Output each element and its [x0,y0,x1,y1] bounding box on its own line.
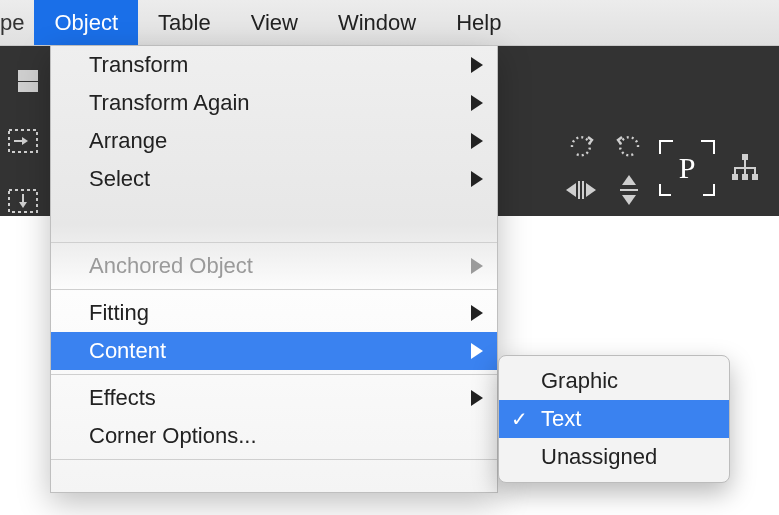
menu-fragment: pe [0,0,34,45]
insert-right-icon[interactable] [6,124,40,158]
svg-rect-2 [18,81,38,82]
menu-item-label: Corner Options... [89,423,257,449]
submenu-arrow-icon [471,390,483,406]
menu-item-label: Effects [89,385,156,411]
menu-item-label: Arrange [89,128,167,154]
menu-item-arrange[interactable]: Arrange [51,122,497,160]
content-submenu: Graphic ✓ Text Unassigned [498,355,730,483]
right-tool-icons: P [557,124,769,212]
submenu-item-label: Unassigned [541,444,657,470]
menu-item-fitting[interactable]: Fitting [51,294,497,332]
menu-continuation [51,464,497,492]
content-frame-p-icon[interactable]: P [659,140,715,196]
submenu-arrow-icon [471,171,483,187]
menu-item-effects[interactable]: Effects [51,379,497,417]
submenu-item-unassigned[interactable]: Unassigned [499,438,729,476]
menu-item-select[interactable]: Select [51,160,497,198]
submenu-arrow-icon [471,95,483,111]
menu-help[interactable]: Help [436,0,521,45]
menu-separator [51,459,497,460]
menu-item-label: Fitting [89,300,149,326]
menu-table[interactable]: Table [138,0,231,45]
left-tool-icons [6,64,40,218]
insert-down-icon[interactable] [6,184,40,218]
object-menu-dropdown: Transform Transform Again Arrange Select… [50,46,498,493]
checkmark-icon: ✓ [511,407,528,431]
flip-vertical-icon[interactable] [612,173,646,207]
panel-layout-icon[interactable] [6,64,40,98]
svg-rect-1 [8,70,18,92]
submenu-item-text[interactable]: ✓ Text [499,400,729,438]
svg-rect-5 [742,154,748,160]
flip-horizontal-icon[interactable] [564,173,598,207]
menu-item-label: Select [89,166,150,192]
submenu-arrow-icon [471,57,483,73]
menu-separator [51,242,497,243]
menu-item-label: Anchored Object [89,253,253,279]
submenu-arrow-icon [471,305,483,321]
menu-window[interactable]: Window [318,0,436,45]
rotate-ccw-icon[interactable] [612,129,646,163]
menu-view[interactable]: View [231,0,318,45]
rotate-cw-icon[interactable] [564,129,598,163]
menu-separator [51,289,497,290]
menu-gap [51,198,497,238]
submenu-item-graphic[interactable]: Graphic [499,362,729,400]
submenu-arrow-icon [471,133,483,149]
menu-bar: pe Object Table View Window Help [0,0,779,46]
structure-tree-icon[interactable] [728,151,762,185]
menu-item-anchored-object: Anchored Object [51,247,497,285]
menu-item-transform-again[interactable]: Transform Again [51,84,497,122]
svg-rect-8 [752,174,758,180]
menu-item-label: Content [89,338,166,364]
menu-object[interactable]: Object [34,0,138,45]
submenu-item-label: Text [541,406,581,432]
svg-rect-6 [732,174,738,180]
menu-item-corner-options[interactable]: Corner Options... [51,417,497,455]
menu-separator [51,374,497,375]
svg-rect-7 [742,174,748,180]
menu-item-content[interactable]: Content [51,332,497,370]
submenu-arrow-icon [471,343,483,359]
menu-item-label: Transform [89,52,188,78]
submenu-item-label: Graphic [541,368,618,394]
menu-item-transform[interactable]: Transform [51,46,497,84]
menu-item-label: Transform Again [89,90,250,116]
submenu-arrow-icon [471,258,483,274]
